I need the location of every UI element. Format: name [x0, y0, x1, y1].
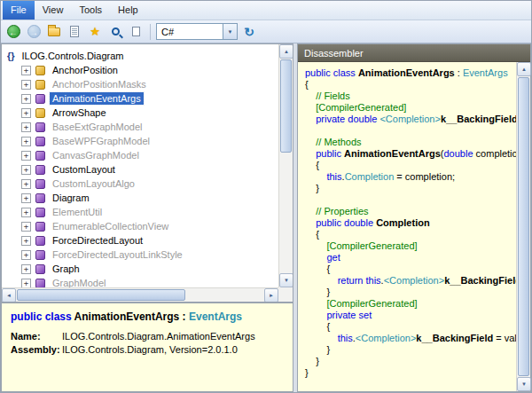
detail-row: Name:ILOG.Controls.Diagram.AnimationEven…: [11, 331, 284, 342]
scroll-down-icon[interactable]: ▼: [279, 273, 293, 287]
new-page-button[interactable]: [66, 23, 83, 41]
type-signature: public class AnimationEventArgs : EventA…: [11, 310, 284, 323]
tree-item-label: GraphModel: [50, 277, 109, 287]
expand-plus-icon[interactable]: +: [21, 94, 31, 104]
open-folder-icon: [48, 28, 60, 36]
code-line: // Methods: [305, 137, 516, 148]
expand-plus-icon[interactable]: +: [21, 193, 31, 203]
scroll-down-icon[interactable]: ▼: [517, 377, 531, 391]
expand-plus-icon[interactable]: +: [21, 179, 31, 189]
language-select[interactable]: C# ▼: [156, 23, 238, 40]
code-segment: // Properties: [305, 206, 369, 216]
tree-item-AnchorPosition[interactable]: +AnchorPosition: [2, 63, 278, 77]
tree-item-AnchorPositionMasks[interactable]: +AnchorPositionMasks: [2, 77, 278, 91]
expand-plus-icon[interactable]: +: [21, 236, 31, 246]
tree-item-label: BaseExtGraphModel: [50, 121, 145, 133]
tree-vertical-scrollbar[interactable]: ▲ ▼: [278, 44, 293, 287]
class-icon: [35, 94, 45, 104]
refresh-button[interactable]: ↻: [240, 23, 258, 41]
code-view[interactable]: public class AnimationEventArgs : EventA…: [298, 62, 516, 391]
tree-item-ForceDirectedLayoutLinkStyle[interactable]: +ForceDirectedLayoutLinkStyle: [2, 248, 278, 262]
search-icon: [112, 28, 120, 35]
tree-item-CustomLayoutAlgo[interactable]: +CustomLayoutAlgo: [2, 177, 278, 191]
code-segment: = value;: [493, 333, 516, 343]
tree-hscroll-thumb[interactable]: [17, 289, 185, 301]
favorites-button[interactable]: ★: [86, 23, 104, 41]
scroll-left-icon[interactable]: ◄: [2, 288, 16, 303]
expand-plus-icon[interactable]: +: [21, 66, 31, 75]
code-segment: this: [305, 333, 353, 343]
expand-plus-icon[interactable]: +: [21, 222, 31, 232]
tree-vscroll-thumb[interactable]: [280, 59, 292, 153]
code-line: [305, 194, 516, 206]
code-segment: <Completion>: [379, 114, 441, 124]
copy-button[interactable]: [127, 23, 145, 41]
copy-icon: [132, 27, 140, 36]
open-button[interactable]: [45, 23, 63, 41]
back-button[interactable]: ←: [4, 23, 22, 41]
code-line: this.Completion = completion;: [305, 171, 516, 183]
expand-plus-icon[interactable]: +: [21, 122, 31, 132]
expand-plus-icon[interactable]: +: [21, 208, 31, 217]
tree-item-Graph[interactable]: +Graph: [2, 262, 278, 276]
tree-item-CustomLayout[interactable]: +CustomLayout: [2, 162, 278, 177]
expand-plus-icon[interactable]: +: [21, 151, 31, 161]
code-segment: k__BackingField: [444, 275, 516, 286]
detail-value: ILOG.Controls.Diagram, Version=2.0.1.0: [62, 344, 238, 355]
forward-button[interactable]: →: [25, 23, 43, 41]
class-icon: [35, 193, 45, 203]
scroll-up-icon[interactable]: ▲: [279, 44, 293, 59]
toolbar: ← → ★ C# ▼ ↻: [1, 20, 531, 43]
tree-root-namespace[interactable]: {} ILOG.Controls.Diagram: [2, 49, 278, 63]
tree-item-AnimationEventArgs[interactable]: +AnimationEventArgs: [2, 91, 278, 106]
tree-item-label: CustomLayout: [50, 163, 118, 176]
namespace-icon: {}: [7, 51, 15, 61]
tree-item-label: AnimationEventArgs: [50, 92, 144, 105]
code-segment: public class: [11, 310, 74, 323]
tree-item-label: ForceDirectedLayoutLinkStyle: [50, 248, 185, 261]
tree-item-label: BaseWPFGraphModel: [50, 135, 153, 147]
code-vscroll-thumb[interactable]: [518, 77, 529, 376]
tree-item-GraphModel[interactable]: +GraphModel: [2, 276, 278, 287]
menu-help[interactable]: Help: [110, 1, 146, 20]
expand-plus-icon[interactable]: +: [21, 80, 31, 90]
tree-horizontal-scrollbar[interactable]: ◄ ►: [2, 287, 278, 302]
tree-item-ElementUtil[interactable]: +ElementUtil: [2, 205, 278, 219]
menu-view[interactable]: View: [35, 1, 72, 20]
class-icon: [35, 151, 45, 161]
star-icon: ★: [90, 25, 100, 38]
expand-plus-icon[interactable]: +: [21, 250, 31, 260]
expand-plus-icon[interactable]: +: [21, 279, 31, 288]
code-line: }: [305, 183, 516, 194]
code-segment: k__BackingField: [416, 333, 493, 343]
assembly-tree: {} ILOG.Controls.Diagram +AnchorPosition…: [1, 43, 293, 303]
menu-tools[interactable]: Tools: [71, 1, 110, 20]
expand-plus-icon[interactable]: +: [21, 264, 31, 274]
enum-icon: [35, 80, 45, 90]
code-segment: AnimationEventArgs: [74, 310, 180, 323]
scroll-right-icon[interactable]: ►: [264, 288, 278, 303]
tree-item-BaseExtGraphModel[interactable]: +BaseExtGraphModel: [2, 120, 278, 134]
forward-icon: →: [27, 25, 41, 38]
tree-item-label: CanvasGraphModel: [50, 149, 142, 161]
tree-item-ArrowShape[interactable]: +ArrowShape: [2, 106, 278, 120]
tree-item-label: ElementUtil: [50, 206, 105, 218]
tree-item-CanvasGraphModel[interactable]: +CanvasGraphModel: [2, 148, 278, 162]
detail-label: Assembly:: [11, 344, 62, 355]
tree-item-BaseWPFGraphModel[interactable]: +BaseWPFGraphModel: [2, 134, 278, 148]
detail-row: Assembly:ILOG.Controls.Diagram, Version=…: [11, 344, 284, 355]
code-vertical-scrollbar[interactable]: ▲ ▼: [516, 62, 530, 391]
tree-item-EnumerableCollectionView[interactable]: +EnumerableCollectionView: [2, 219, 278, 233]
code-line: public AnimationEventArgs(double complet…: [305, 148, 516, 160]
scroll-up-icon[interactable]: ▲: [517, 62, 531, 76]
code-segment: k__BackingField: [441, 114, 516, 124]
code-segment: public double: [305, 217, 376, 228]
tree-item-Diagram[interactable]: +Diagram: [2, 191, 278, 205]
chevron-down-icon[interactable]: ▼: [223, 24, 237, 39]
menu-file[interactable]: File: [3, 1, 35, 20]
expand-plus-icon[interactable]: +: [21, 108, 31, 118]
expand-plus-icon[interactable]: +: [21, 137, 31, 146]
tree-item-ForceDirectedLayout[interactable]: +ForceDirectedLayout: [2, 233, 278, 248]
expand-plus-icon[interactable]: +: [21, 165, 31, 175]
search-button[interactable]: [106, 23, 124, 41]
